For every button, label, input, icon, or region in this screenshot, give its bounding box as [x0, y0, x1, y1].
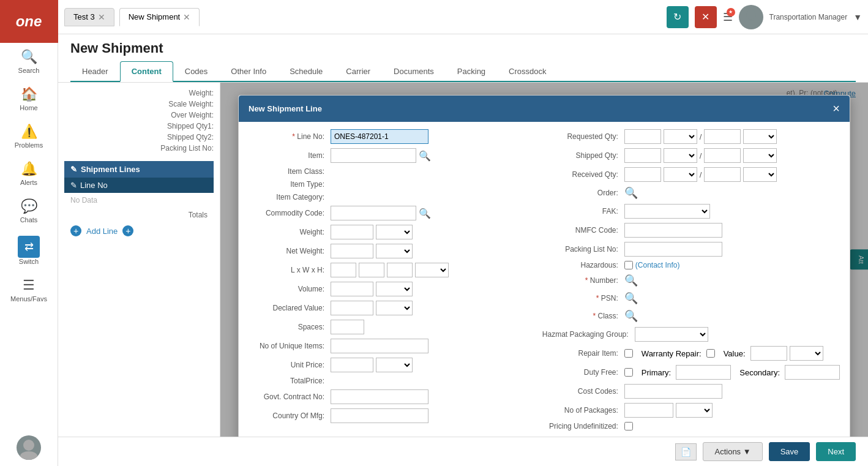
volume-input[interactable]: [331, 282, 373, 296]
nmfc-code-input[interactable]: [624, 223, 722, 238]
fak-select[interactable]: [624, 204, 710, 219]
net-weight-unit-select[interactable]: [376, 244, 413, 258]
unit-price-unit-select[interactable]: [376, 358, 413, 372]
pricing-undef-label: Pricing Undefinitized:: [542, 422, 622, 430]
primary-input[interactable]: [676, 365, 731, 380]
declared-value-unit-select[interactable]: [376, 301, 413, 315]
no-unique-items-label: No of Unique Items:: [249, 342, 328, 350]
tab-close-icon[interactable]: ✕: [98, 12, 105, 22]
no-unique-items-input[interactable]: [331, 339, 428, 353]
sidebar-item-alerts[interactable]: 🔔 Alerts: [0, 155, 58, 192]
lxwxh-unit-select[interactable]: [415, 263, 449, 277]
unit-price-input[interactable]: [331, 358, 373, 372]
shipped-qty-select2[interactable]: [743, 148, 777, 163]
sidebar-item-problems[interactable]: ⚠️ Problems: [0, 118, 58, 155]
item-search-button[interactable]: 🔍: [419, 150, 431, 162]
secondary-input[interactable]: [785, 365, 840, 380]
duty-free-checkbox[interactable]: [624, 368, 633, 377]
hazmat-pkg-select[interactable]: [635, 327, 708, 342]
app-logo[interactable]: one: [0, 0, 58, 43]
line-no-tab[interactable]: ✎ Line No: [64, 178, 214, 193]
save-button[interactable]: Save: [769, 442, 810, 461]
upload-button[interactable]: 📄: [675, 443, 697, 460]
class-search-button[interactable]: 🔍: [624, 309, 638, 323]
user-avatar[interactable]: [17, 435, 41, 460]
close-button[interactable]: ✕: [695, 6, 717, 28]
no-packages-select[interactable]: [676, 403, 713, 418]
no-packages-input[interactable]: [624, 403, 673, 418]
tab-test3[interactable]: Test 3 ✕: [64, 8, 114, 26]
tab-documents[interactable]: Documents: [382, 61, 446, 81]
tab-header[interactable]: Header: [70, 61, 120, 81]
tab-schedule[interactable]: Schedule: [278, 61, 334, 81]
line-no-input[interactable]: [331, 129, 428, 144]
new-shipment-line-modal: New Shipment Line × Line No:: [238, 95, 850, 437]
item-input[interactable]: [331, 148, 416, 163]
packing-list-no-input[interactable]: [624, 242, 722, 257]
tab-carrier[interactable]: Carrier: [334, 61, 382, 81]
tab-label: Test 3: [73, 12, 95, 21]
requested-qty-select2[interactable]: [743, 129, 777, 144]
net-weight-input[interactable]: [331, 244, 373, 258]
tab-codes[interactable]: Codes: [173, 61, 220, 81]
actions-dropdown-button[interactable]: Actions ▼: [703, 442, 762, 461]
topbar: Test 3 ✕ New Shipment ✕ ↻ ✕ ☰ ★ Transpor…: [58, 0, 868, 34]
sidebar-item-menus[interactable]: ☰ Menus/Favs: [0, 271, 58, 309]
commodity-code-input[interactable]: [331, 206, 416, 220]
weight-input[interactable]: [331, 225, 373, 239]
tab-content[interactable]: Content: [120, 61, 173, 82]
sidebar-item-search[interactable]: 🔍 Search: [0, 43, 58, 80]
sidebar-item-label: Alerts: [20, 179, 37, 186]
add-line-row[interactable]: + Add Line +: [64, 222, 214, 239]
number-search-button[interactable]: 🔍: [624, 274, 638, 287]
tab-other-info[interactable]: Other Info: [219, 61, 278, 81]
tab-close-icon[interactable]: ✕: [183, 12, 190, 22]
sidebar-item-switch[interactable]: ⇄ Switch: [0, 230, 58, 271]
contact-info-link[interactable]: (Contact Info): [635, 261, 680, 269]
commodity-search-button[interactable]: 🔍: [419, 208, 431, 219]
tab-crossdock[interactable]: Crossdock: [497, 61, 558, 81]
packing-list-no-label: Packing List No:: [542, 245, 622, 254]
govt-contract-input[interactable]: [331, 389, 428, 404]
shipped-qty-input2[interactable]: [704, 148, 741, 163]
dropdown-arrow-icon[interactable]: ▼: [853, 12, 862, 22]
next-button[interactable]: Next: [816, 442, 856, 461]
psn-search-button[interactable]: 🔍: [624, 291, 638, 305]
tab-packing[interactable]: Packing: [446, 61, 497, 81]
warranty-repair-checkbox[interactable]: [706, 349, 715, 358]
spaces-input[interactable]: [331, 320, 364, 334]
volume-unit-select[interactable]: [376, 282, 413, 296]
user-avatar-top[interactable]: [739, 5, 763, 29]
menu-button[interactable]: ☰ ★: [723, 10, 733, 24]
repair-item-checkbox[interactable]: [624, 349, 633, 358]
w-input[interactable]: [359, 263, 384, 277]
hazmat-pkg-row: Hazmat Packaging Group:: [542, 327, 840, 342]
order-search-button[interactable]: 🔍: [624, 186, 638, 200]
requested-qty-input1[interactable]: [624, 129, 661, 144]
pricing-undef-checkbox[interactable]: [624, 422, 633, 430]
repair-value-select[interactable]: [790, 346, 823, 361]
requested-qty-input2[interactable]: [704, 129, 741, 144]
tab-new-shipment[interactable]: New Shipment ✕: [119, 8, 200, 26]
received-qty-select1[interactable]: [664, 167, 697, 182]
cost-codes-input[interactable]: [624, 384, 722, 399]
repair-value-input[interactable]: [750, 346, 787, 361]
modal-close-button[interactable]: ×: [832, 102, 840, 116]
declared-value-input[interactable]: [331, 301, 373, 315]
sidebar-item-home[interactable]: 🏠 Home: [0, 80, 58, 118]
received-qty-input1[interactable]: [624, 167, 661, 182]
shipped-qty-select1[interactable]: [664, 148, 697, 163]
shipped-qty-input1[interactable]: [624, 148, 661, 163]
l-input[interactable]: [331, 263, 356, 277]
shipped-qty-label: Shipped Qty:: [542, 151, 622, 160]
refresh-button[interactable]: ↻: [667, 6, 689, 28]
h-input[interactable]: [387, 263, 413, 277]
duty-free-row: Duty Free: Primary: Secondary:: [542, 365, 840, 380]
country-mfg-input[interactable]: [331, 408, 428, 423]
hazardous-checkbox[interactable]: [624, 261, 633, 269]
weight-unit-select[interactable]: [376, 225, 413, 239]
requested-qty-select1[interactable]: [664, 129, 697, 144]
sidebar-item-chats[interactable]: 💬 Chats: [0, 192, 58, 230]
received-qty-select2[interactable]: [743, 167, 777, 182]
received-qty-input2[interactable]: [704, 167, 741, 182]
